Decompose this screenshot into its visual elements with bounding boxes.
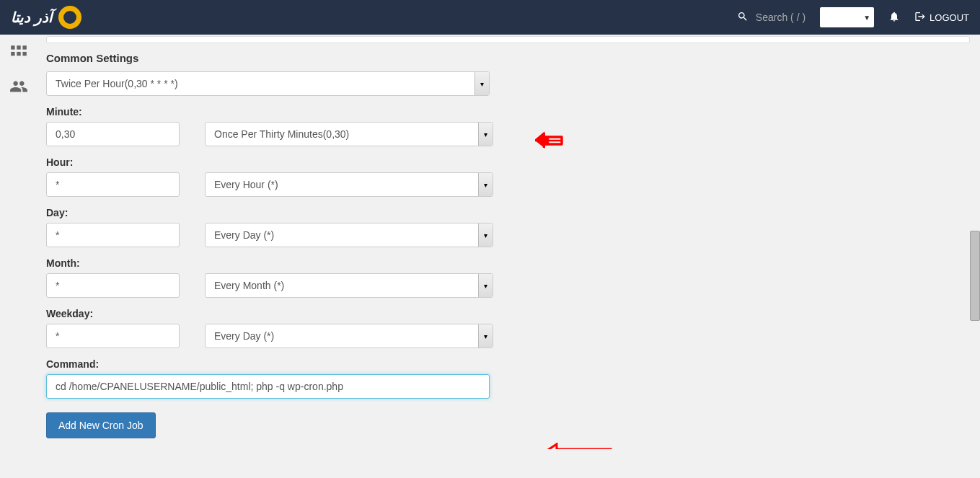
svg-rect-0	[11, 45, 14, 49]
minute-label: Minute:	[46, 106, 970, 118]
chevron-down-icon	[478, 123, 493, 146]
day-preset-value: Every Day (*)	[214, 229, 274, 241]
weekday-preset-value: Every Day (*)	[214, 330, 274, 342]
grid-icon	[9, 53, 28, 64]
scrollbar-thumb[interactable]	[970, 231, 980, 321]
month-input[interactable]	[46, 273, 180, 298]
logout-icon	[914, 11, 926, 25]
day-input[interactable]	[46, 223, 180, 247]
minute-input[interactable]	[46, 122, 180, 146]
month-label: Month:	[46, 257, 970, 269]
common-settings-label: Common Settings	[46, 52, 970, 64]
chevron-down-icon	[478, 173, 493, 196]
svg-rect-2	[22, 45, 26, 49]
chevron-down-icon	[474, 72, 489, 95]
sidebar-apps-button[interactable]	[9, 43, 28, 64]
users-icon	[9, 87, 28, 98]
user-dropdown[interactable]: ▼	[820, 7, 874, 27]
weekday-input[interactable]	[46, 324, 180, 348]
left-sidebar	[0, 35, 37, 449]
month-preset-select[interactable]: Every Month (*)	[205, 273, 493, 298]
day-preset-select[interactable]: Every Day (*)	[205, 223, 493, 247]
logo-icon	[58, 6, 81, 29]
hour-preset-select[interactable]: Every Hour (*)	[205, 172, 493, 197]
minute-preset-value: Once Per Thirty Minutes(0,30)	[214, 128, 349, 140]
hour-input[interactable]	[46, 172, 180, 197]
logout-label: LOGOUT	[930, 12, 969, 23]
weekday-label: Weekday:	[46, 308, 970, 319]
search-trigger[interactable]: Search ( / )	[737, 11, 805, 25]
brand-logo[interactable]: آذر دیتا	[11, 6, 81, 29]
top-header: آذر دیتا Search ( / ) ▼ LOGOUT	[0, 0, 980, 35]
notifications-button[interactable]	[888, 11, 900, 25]
svg-rect-5	[22, 52, 26, 56]
command-input[interactable]	[46, 374, 490, 399]
svg-rect-4	[17, 52, 20, 56]
bell-icon	[888, 13, 900, 25]
cron-form: Common Settings Twice Per Hour(0,30 * * …	[37, 52, 979, 438]
logout-button[interactable]: LOGOUT	[914, 11, 969, 25]
add-cron-job-button[interactable]: Add New Cron Job	[46, 412, 156, 438]
hour-label: Hour:	[46, 156, 970, 168]
day-label: Day:	[46, 207, 970, 218]
chevron-down-icon	[478, 274, 493, 297]
search-icon	[737, 11, 749, 25]
minute-preset-select[interactable]: Once Per Thirty Minutes(0,30)	[205, 122, 493, 146]
svg-rect-1	[17, 45, 20, 49]
annotation-arrow-icon	[542, 443, 614, 449]
submit-label: Add New Cron Job	[58, 420, 144, 431]
svg-marker-10	[542, 444, 611, 449]
svg-rect-3	[11, 52, 14, 56]
month-preset-value: Every Month (*)	[214, 280, 284, 291]
chevron-down-icon: ▼	[863, 14, 870, 22]
search-placeholder-text: Search ( / )	[756, 12, 805, 23]
common-settings-select[interactable]: Twice Per Hour(0,30 * * * *)	[46, 71, 490, 96]
chevron-down-icon	[478, 324, 493, 348]
command-label: Command:	[46, 358, 970, 370]
chevron-down-icon	[478, 223, 493, 247]
header-left: آذر دیتا	[11, 6, 81, 29]
header-right: Search ( / ) ▼ LOGOUT	[737, 7, 969, 27]
common-settings-value: Twice Per Hour(0,30 * * * *)	[56, 78, 178, 89]
logo-text: آذر دیتا	[11, 9, 53, 26]
hour-preset-value: Every Hour (*)	[214, 179, 278, 190]
weekday-preset-select[interactable]: Every Day (*)	[205, 324, 493, 348]
previous-card-bottom	[46, 36, 970, 43]
sidebar-users-button[interactable]	[9, 77, 28, 98]
